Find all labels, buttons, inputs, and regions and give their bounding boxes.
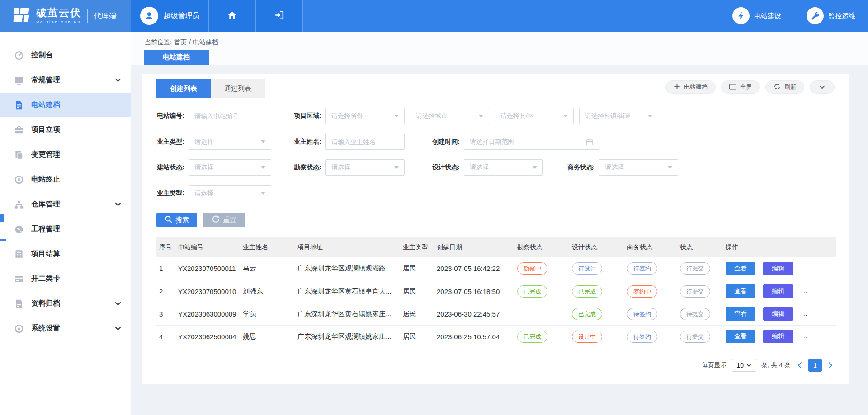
- breadcrumb-home-link[interactable]: 首页: [174, 38, 187, 47]
- avatar: [140, 7, 158, 25]
- status-badge: 待提交: [680, 262, 710, 275]
- edit-button[interactable]: 编辑: [763, 330, 793, 343]
- home-button[interactable]: [209, 0, 256, 32]
- cell-no: 1: [156, 257, 175, 280]
- col-address: 项目地址: [295, 237, 400, 257]
- sidebar-item-project-initiation[interactable]: 项目立项: [0, 117, 131, 142]
- select-arrow-icon: [533, 166, 537, 169]
- sidebar-item-project-settlement[interactable]: 项目结算: [0, 242, 131, 266]
- breadcrumb-label: 当前位置:: [145, 38, 172, 47]
- view-button[interactable]: 查看: [726, 284, 755, 298]
- sidebar-item-dashboard[interactable]: 控制台: [0, 43, 131, 68]
- void-button[interactable]: 作废: [801, 262, 830, 275]
- business-status-select[interactable]: 请选择: [599, 159, 678, 176]
- refresh-button[interactable]: 刷新: [765, 80, 804, 94]
- city-select[interactable]: 请选择城市: [410, 108, 489, 124]
- sidebar-item-warehouse-mgmt[interactable]: 仓库管理: [0, 192, 131, 217]
- survey-status-select[interactable]: 请选择: [326, 159, 405, 176]
- sidebar-item-label: 开二类卡: [31, 274, 60, 284]
- topbar: 破茧云伏 Po Jian Yun Fu 代理端 超级管理员 电站建设: [0, 0, 868, 32]
- bank-card-icon: [14, 274, 24, 284]
- sidebar-item-change-mgmt[interactable]: 变更管理: [0, 142, 131, 167]
- col-owner-type: 业主类型: [400, 237, 434, 257]
- cell-address: 广东深圳龙华区观澜镇姚家庄...: [295, 325, 400, 348]
- col-business: 商务状态: [624, 237, 677, 257]
- date-range-input[interactable]: 请选择日期范围: [464, 134, 599, 150]
- cell-station-id: YX2023062500004: [175, 325, 240, 348]
- owner-type-select[interactable]: 请选择: [189, 134, 271, 150]
- sidebar-item-archive[interactable]: 资料归档: [0, 291, 131, 316]
- select-arrow-icon: [261, 192, 265, 195]
- add-station-button[interactable]: 电站建档: [665, 80, 716, 94]
- select-arrow-icon: [394, 166, 399, 169]
- fullscreen-button[interactable]: 全屏: [721, 80, 760, 94]
- sidebar-item-station-filing[interactable]: 电站建档: [0, 93, 131, 117]
- sidebar-item-system-settings[interactable]: 系统设置: [0, 316, 131, 341]
- province-select[interactable]: 请选择省份: [326, 108, 405, 124]
- chevron-down-icon: [115, 202, 121, 207]
- wrench-icon: [807, 7, 824, 24]
- chevron-down-icon: [115, 301, 121, 306]
- col-design: 设计状态: [569, 237, 624, 257]
- main-content: 当前位置: 首页 / 电站建档 电站建档 创建列表 通过列表 电站建档 全屏: [131, 32, 868, 415]
- select-arrow-icon: [394, 115, 399, 117]
- page-tab-station-filing[interactable]: 电站建档: [144, 50, 209, 65]
- document-icon: [14, 100, 24, 111]
- view-button[interactable]: 查看: [726, 262, 755, 275]
- logout-button[interactable]: [256, 0, 303, 32]
- next-page-button[interactable]: [827, 362, 835, 369]
- nav-station-build[interactable]: 电站建设: [732, 7, 781, 24]
- refresh-label: 刷新: [784, 83, 796, 91]
- refresh-icon: [774, 83, 781, 92]
- file-icon: [14, 298, 24, 309]
- build-status-select[interactable]: 请选择: [189, 159, 271, 176]
- search-button[interactable]: 搜索: [156, 213, 197, 227]
- sidebar-item-label: 电站建档: [31, 100, 60, 110]
- owner-type2-label: 业主类型:: [156, 189, 184, 197]
- brand-title: 破茧云伏: [36, 7, 81, 18]
- county-select[interactable]: 请选择县/区: [495, 108, 574, 124]
- table-row: 1 YX2023070500011 马云 广东深圳龙华区观澜镇观湖路... 居民…: [156, 257, 836, 280]
- void-button[interactable]: 作废: [801, 330, 830, 343]
- chevron-down-icon: [819, 84, 825, 91]
- sidebar-item-label: 电站终止: [31, 175, 60, 184]
- circle-dot-icon: [14, 174, 24, 185]
- edit-button[interactable]: 编辑: [763, 284, 793, 298]
- list-tabs: 创建列表 通过列表 电站建档 全屏 刷新: [156, 79, 835, 98]
- sidebar-item-second-card[interactable]: 开二类卡: [0, 266, 131, 291]
- per-page-select[interactable]: 10: [732, 359, 756, 372]
- status-badge: 待提交: [680, 331, 710, 343]
- survey-status-badge: 勘察中: [517, 262, 547, 275]
- design-status-badge: 待设计: [572, 262, 602, 275]
- cell-no: 2: [156, 280, 175, 303]
- sidebar-item-station-termination[interactable]: 电站终止: [0, 167, 131, 192]
- status-badge: 待提交: [680, 308, 710, 320]
- design-status-select[interactable]: 请选择: [464, 159, 543, 176]
- user-menu[interactable]: 超级管理员: [131, 0, 209, 32]
- breadcrumb-separator: /: [189, 38, 191, 47]
- nav-monitor-ops[interactable]: 监控运维: [807, 7, 855, 24]
- owner-type2-select[interactable]: 请选择: [189, 185, 271, 201]
- sidebar-item-engineering-mgmt[interactable]: 工程管理: [0, 217, 131, 242]
- prev-page-button[interactable]: [796, 362, 803, 369]
- void-button[interactable]: 作废: [801, 307, 830, 321]
- view-button[interactable]: 查看: [726, 307, 755, 321]
- cell-no: 3: [156, 303, 175, 325]
- edit-button[interactable]: 编辑: [763, 307, 793, 321]
- sidebar-item-label: 仓库管理: [31, 200, 60, 209]
- cell-address: 广东深圳龙华区黄石镇皇官大...: [295, 280, 400, 303]
- tab-passed-list[interactable]: 通过列表: [211, 79, 265, 98]
- edit-button[interactable]: 编辑: [763, 262, 793, 275]
- collapse-button[interactable]: [810, 80, 835, 94]
- tab-create-list[interactable]: 创建列表: [156, 79, 211, 98]
- sidebar-item-general-mgmt[interactable]: 常规管理: [0, 68, 131, 93]
- plus-icon: [674, 83, 680, 91]
- village-select[interactable]: 请选择村镇/街道: [579, 108, 658, 124]
- owner-name-input[interactable]: [326, 134, 405, 150]
- page-number-button[interactable]: 1: [808, 359, 822, 372]
- void-button[interactable]: 作废: [801, 284, 830, 298]
- view-button[interactable]: 查看: [726, 330, 755, 343]
- reset-button[interactable]: 重置: [203, 213, 245, 227]
- sidebar-item-label: 项目结算: [31, 249, 60, 259]
- station-no-input[interactable]: [189, 108, 271, 124]
